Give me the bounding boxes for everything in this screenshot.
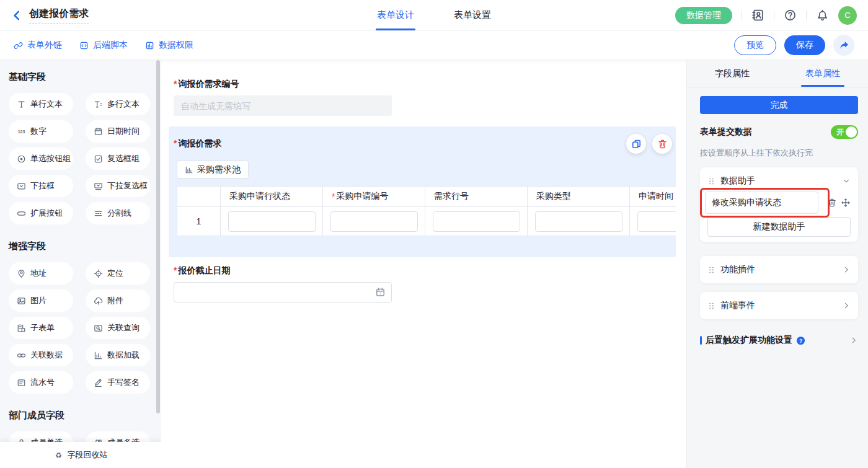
calendar-icon[interactable]: 7 xyxy=(375,287,386,298)
toolbar-link-表单外链[interactable]: 表单外链 xyxy=(14,40,62,51)
contacts-icon[interactable] xyxy=(751,9,764,22)
subform-section-selected[interactable]: * 询报价需求 采购需求池 采购申请行状态*采购申请编号需求行号采购类型申请时间 xyxy=(169,126,676,257)
sidebar-item-关联查询[interactable]: 关联查询 xyxy=(86,317,150,339)
sidebar-section-title: 部门成员字段 xyxy=(9,410,161,422)
duplicate-field-button[interactable] xyxy=(626,134,646,154)
drag-handle-icon[interactable] xyxy=(707,266,715,274)
svg-text:?: ? xyxy=(799,337,802,343)
submit-data-toggle[interactable]: 开 xyxy=(831,125,858,139)
panel-tab-表单属性[interactable]: 表单属性 xyxy=(777,60,868,87)
divider xyxy=(806,11,807,20)
subform-cell xyxy=(630,207,676,236)
chevron-right-icon[interactable] xyxy=(842,265,851,274)
bell-icon[interactable] xyxy=(816,9,829,22)
sidebar-item-复选框组[interactable]: 复选框组 xyxy=(86,148,150,170)
back-icon[interactable] xyxy=(11,10,22,21)
sidebar-item-手写签名[interactable]: 手写签名 xyxy=(86,371,150,394)
sidebar-item-数字[interactable]: 123数字 xyxy=(9,120,73,143)
execution-hint: 按设置顺序从上往下依次执行完 xyxy=(700,148,858,159)
sidebar-scrollbar[interactable] xyxy=(156,60,160,413)
divider xyxy=(774,11,774,20)
card-title: 功能插件 xyxy=(720,264,755,275)
avatar[interactable]: C xyxy=(838,6,857,25)
share-button[interactable] xyxy=(833,35,854,56)
form-toolbar: 表单外链后端脚本数据权限 预览 保存 xyxy=(0,31,868,60)
subform-table: 采购申请行状态*采购申请编号需求行号采购类型申请时间1 xyxy=(177,186,676,236)
sidebar-item-图片[interactable]: 图片 xyxy=(9,289,73,312)
post-trigger-settings[interactable]: 后置触发扩展功能设置 ? xyxy=(700,335,858,346)
subform-cell xyxy=(221,207,323,236)
tab-表单设计[interactable]: 表单设计 xyxy=(377,0,414,30)
drag-handle-icon[interactable] xyxy=(707,177,715,185)
move-assistant-icon[interactable] xyxy=(841,198,851,208)
subform-cell xyxy=(323,207,425,236)
svg-text:123: 123 xyxy=(18,130,25,134)
data-manage-button[interactable]: 数据管理 xyxy=(675,7,732,24)
subform-row-index: 1 xyxy=(177,207,221,236)
required-mark: * xyxy=(174,138,177,149)
sidebar-item-关联数据[interactable]: 关联数据 xyxy=(9,344,73,366)
preview-button[interactable]: 预览 xyxy=(734,35,776,55)
serial-input[interactable] xyxy=(174,95,392,116)
subform-column-header: 申请时间 xyxy=(630,187,676,207)
sidebar-item-多行文本[interactable]: 多行文本 xyxy=(86,93,150,115)
sidebar-item-扩展按钮[interactable]: 扩展按钮 xyxy=(9,202,73,224)
new-assistant-button[interactable]: 新建数据助手 xyxy=(707,217,851,237)
subform-cell-input[interactable] xyxy=(637,211,676,232)
sidebar-item-日期时间[interactable]: 日期时间 xyxy=(86,120,150,143)
sidebar-item-数据加载[interactable]: 数据加载 xyxy=(86,344,150,366)
drag-handle-icon[interactable] xyxy=(707,302,715,310)
subform-cell xyxy=(528,207,630,236)
sidebar-item-子表单[interactable]: 子表单 xyxy=(9,317,73,339)
sidebar-item-下拉复选框[interactable]: 下拉复选框 xyxy=(86,175,150,197)
subform-column-header: 采购类型 xyxy=(528,187,630,207)
help-icon[interactable] xyxy=(784,9,797,22)
sidebar-item-定位[interactable]: 定位 xyxy=(86,262,150,285)
subform-cell-input[interactable] xyxy=(433,211,520,232)
recycle-label: 字段回收站 xyxy=(68,449,108,461)
toolbar-link-数据权限[interactable]: 数据权限 xyxy=(145,40,193,51)
sidebar-item-单行文本[interactable]: 单行文本 xyxy=(9,93,73,115)
frontend-event-card[interactable]: 前端事件 xyxy=(700,292,858,319)
procurement-pool-button[interactable]: 采购需求池 xyxy=(177,161,249,179)
assistant-item[interactable]: 修改采购申请状态 xyxy=(705,192,818,214)
toggle-knob xyxy=(846,126,857,138)
toolbar-link-后端脚本[interactable]: 后端脚本 xyxy=(79,40,128,51)
sidebar-item-下拉框[interactable]: 下拉框 xyxy=(9,175,73,197)
chevron-down-icon[interactable] xyxy=(842,177,851,185)
required-mark: * xyxy=(332,192,335,201)
chevron-right-icon[interactable] xyxy=(849,336,858,345)
delete-assistant-icon[interactable] xyxy=(827,198,837,208)
sidebar-item-地址[interactable]: 地址 xyxy=(9,262,73,285)
delete-field-button[interactable] xyxy=(652,134,672,154)
done-button[interactable]: 完成 xyxy=(700,96,858,114)
field-sidebar: 基础字段单行文本多行文本123数字日期时间单选按钮组复选框组下拉框下拉复选框扩展… xyxy=(0,60,161,468)
question-icon[interactable]: ? xyxy=(796,336,805,345)
form-title[interactable]: 创建报价需求 xyxy=(29,7,89,24)
subform-cell-input[interactable] xyxy=(228,211,316,232)
save-button[interactable]: 保存 xyxy=(784,35,825,55)
subform-header-index xyxy=(177,187,221,207)
plugin-card[interactable]: 功能插件 xyxy=(700,256,858,283)
recycle-icon: ♻ xyxy=(54,451,63,460)
tab-表单设置[interactable]: 表单设置 xyxy=(454,0,491,30)
sidebar-item-流水号[interactable]: 流水号 xyxy=(9,371,73,394)
field-recycle-bin[interactable]: ♻ 字段回收站 xyxy=(0,442,161,468)
subform-cell-input[interactable] xyxy=(535,211,622,232)
field-deadline[interactable]: * 报价截止日期 7 xyxy=(161,265,686,302)
permission-icon xyxy=(145,41,154,50)
field-serial[interactable]: * 询报价需求编号 xyxy=(161,79,686,116)
chevron-right-icon[interactable] xyxy=(842,301,851,310)
sidebar-item-分割线[interactable]: 分割线 xyxy=(86,202,150,224)
sidebar-item-附件[interactable]: 附件 xyxy=(86,289,150,312)
accent-bar xyxy=(700,336,702,345)
divider-icon xyxy=(94,209,103,218)
panel-tab-字段属性[interactable]: 字段属性 xyxy=(687,60,777,87)
trash-icon xyxy=(657,139,668,149)
serial-icon xyxy=(17,378,26,387)
sidebar-item-单选按钮组[interactable]: 单选按钮组 xyxy=(9,148,73,170)
link-icon xyxy=(14,41,23,50)
deadline-date-input[interactable] xyxy=(174,282,392,302)
subform-cell-input[interactable] xyxy=(330,211,418,232)
address-icon xyxy=(17,269,26,278)
